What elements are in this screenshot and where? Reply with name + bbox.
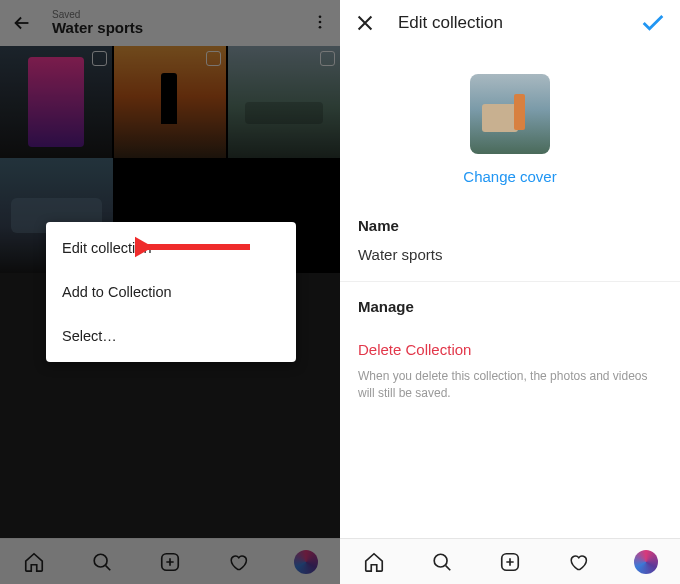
delete-hint: When you delete this collection, the pho… <box>358 368 662 422</box>
menu-add-to-collection[interactable]: Add to Collection <box>46 270 296 314</box>
change-cover-button[interactable]: Change cover <box>463 168 556 185</box>
edit-collection-screen: Edit collection Change cover Name Water … <box>340 0 680 584</box>
activity-icon[interactable] <box>566 550 590 574</box>
add-post-icon[interactable] <box>498 550 522 574</box>
name-input[interactable]: Water sports <box>358 246 662 281</box>
close-button[interactable] <box>352 10 378 36</box>
profile-avatar[interactable] <box>634 550 658 574</box>
home-icon[interactable] <box>362 550 386 574</box>
menu-edit-collection[interactable]: Edit collection <box>46 226 296 270</box>
manage-label: Manage <box>358 282 662 327</box>
menu-select[interactable]: Select… <box>46 314 296 358</box>
confirm-button[interactable] <box>638 8 668 38</box>
svg-point-6 <box>434 554 447 567</box>
name-section: Name Water sports <box>340 201 680 281</box>
manage-section: Manage Delete Collection When you delete… <box>340 282 680 422</box>
page-title: Edit collection <box>398 13 638 33</box>
header: Edit collection <box>340 0 680 46</box>
context-menu: Edit collection Add to Collection Select… <box>46 222 296 362</box>
cover-section: Change cover <box>340 46 680 201</box>
cover-image[interactable] <box>470 74 550 154</box>
saved-collection-screen: Saved Water sports Edit collection Add t… <box>0 0 340 584</box>
name-label: Name <box>358 201 662 246</box>
search-icon[interactable] <box>430 550 454 574</box>
delete-collection-button[interactable]: Delete Collection <box>358 327 662 368</box>
bottom-nav <box>340 538 680 584</box>
